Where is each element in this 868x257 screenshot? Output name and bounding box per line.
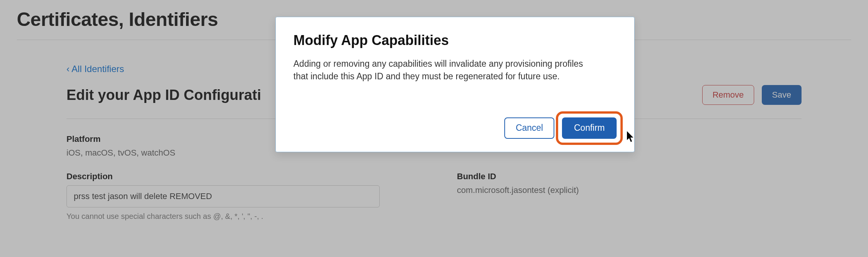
description-hint: You cannot use special characters such a… [66,212,411,221]
description-field: Description You cannot use special chara… [66,172,411,221]
modal-body: Adding or removing any capabilities will… [293,58,599,83]
modal-title: Modify App Capabilities [293,32,617,48]
save-button[interactable]: Save [762,85,802,105]
bundle-id-value: com.microsoft.jasontest (explicit) [457,185,802,195]
description-label: Description [66,172,411,182]
modal-actions: Cancel Confirm [293,117,617,139]
bundle-id-field: Bundle ID com.microsoft.jasontest (expli… [457,172,802,221]
back-to-identifiers-link[interactable]: ‹ All Identifiers [66,64,124,74]
remove-button[interactable]: Remove [702,85,754,105]
confirm-highlight-wrap: Confirm [562,117,617,139]
description-input[interactable] [66,185,380,207]
bundle-id-label: Bundle ID [457,172,802,182]
sub-title: Edit your App ID Configurati [66,87,261,103]
modify-capabilities-modal: Modify App Capabilities Adding or removi… [275,17,635,152]
cancel-button[interactable]: Cancel [504,117,555,139]
action-buttons: Remove Save [702,85,802,105]
confirm-button[interactable]: Confirm [562,117,617,139]
